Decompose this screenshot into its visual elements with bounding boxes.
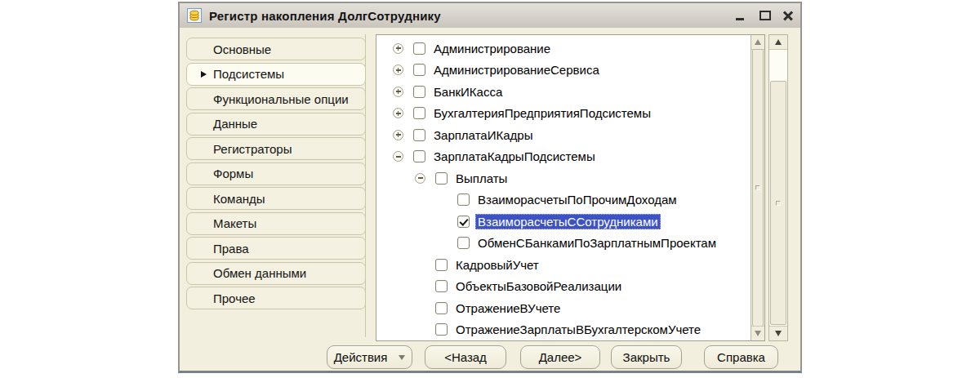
tree-item-label[interactable]: ЗарплатаИКадры (431, 127, 535, 143)
tab-1[interactable]: Подсистемы (186, 63, 366, 86)
tab-label: Функциональные опции (213, 92, 349, 106)
tab-label: Права (213, 242, 249, 256)
tab-9[interactable]: Обмен данными (186, 262, 366, 285)
expand-icon[interactable] (393, 64, 403, 75)
dropdown-arrow-icon (399, 355, 405, 360)
tab-6[interactable]: Команды (186, 187, 366, 210)
checkbox[interactable] (413, 107, 425, 119)
tab-label: Формы (213, 167, 253, 180)
page-scroll-up-icon[interactable] (769, 35, 787, 50)
tree-item-label[interactable]: КадровыйУчет (453, 257, 541, 273)
tree-item-label[interactable]: БанкИКасса (431, 84, 505, 100)
maximize-icon[interactable] (759, 10, 770, 21)
checkbox[interactable] (435, 302, 448, 314)
tree-scrollbar-thumb[interactable] (752, 49, 764, 327)
tab-4[interactable]: Регистраторы (186, 137, 366, 160)
page-scrollbar[interactable] (768, 34, 788, 341)
tab-label: Макеты (213, 216, 256, 230)
tab-2[interactable]: Функциональные опции (186, 87, 366, 110)
checkbox[interactable] (413, 86, 425, 98)
tree-item-label[interactable]: ОтражениеВУчете (453, 300, 563, 316)
collapse-icon[interactable] (393, 151, 403, 162)
tree-item: ВзаиморасчетыССотрудниками (376, 211, 751, 233)
back-button[interactable]: <Назад (425, 345, 506, 369)
tree-item: Выплаты (376, 167, 751, 189)
help-button[interactable]: Справка (704, 345, 778, 369)
button-label: Далее> (539, 350, 582, 364)
tab-label: Подсистемы (213, 67, 284, 81)
tab-0[interactable]: Основные (186, 38, 366, 60)
checkbox[interactable] (413, 150, 425, 162)
checkbox[interactable] (435, 259, 448, 271)
tree-item: ОтражениеВУчете (376, 297, 751, 319)
tab-8[interactable]: Права (186, 237, 366, 260)
collapse-icon[interactable] (415, 173, 425, 184)
checkbox[interactable] (413, 129, 425, 141)
tree-item-label[interactable]: АдминистрированиеСервиса (431, 62, 602, 78)
tab-label: Команды (213, 192, 265, 206)
next-button[interactable]: Далее> (520, 345, 600, 369)
dialog-body: ОсновныеПодсистемыФункциональные опцииДа… (180, 28, 800, 371)
tab-10[interactable]: Прочее (186, 287, 366, 309)
tree-item-label[interactable]: ВзаиморасчетыССотрудниками (475, 214, 661, 229)
subsystems-tree-box: АдминистрированиеАдминистрированиеСервис… (376, 34, 765, 341)
dialog-window: Регистр накопления ДолгСотруднику Основн… (178, 2, 802, 373)
actions-button[interactable]: Действия (327, 345, 412, 369)
tree-item: ОбменСБанкамиПоЗарплатнымПроектам (376, 233, 751, 255)
subsystems-tree: АдминистрированиеАдминистрированиеСервис… (376, 35, 751, 340)
checkbox[interactable] (413, 64, 425, 76)
scroll-down-icon[interactable] (751, 326, 764, 340)
tree-item-label[interactable]: ОбъектыБазовойРеализации (453, 278, 624, 294)
page-scroll-down-icon[interactable] (769, 326, 787, 340)
expand-icon[interactable] (393, 130, 403, 140)
tree-item-label[interactable]: ВзаиморасчетыПоПрочимДоходам (475, 192, 679, 207)
tree-item: ВзаиморасчетыПоПрочимДоходам (376, 189, 751, 211)
button-label: Справка (717, 350, 765, 364)
tab-label: Прочее (213, 291, 256, 305)
button-label: Действия (334, 350, 388, 364)
tree-item: ЗарплатаИКадры (376, 124, 751, 146)
page-scrollbar-thumb[interactable] (770, 81, 786, 325)
tree-item-label[interactable]: БухгалтерияПредприятияПодсистемы (431, 105, 653, 121)
tree-item: ЗарплатаКадрыПодсистемы (376, 146, 751, 168)
close-icon[interactable] (782, 10, 794, 21)
tab-7[interactable]: Макеты (186, 212, 366, 235)
tree-item-label[interactable]: ЗарплатаКадрыПодсистемы (431, 149, 598, 164)
tab-label: Обмен данными (213, 266, 306, 280)
minimize-icon[interactable] (735, 10, 746, 21)
button-label: Закрыть (623, 350, 670, 364)
selected-tab-arrow-icon (201, 71, 207, 78)
checkbox[interactable] (457, 237, 470, 249)
expand-icon[interactable] (393, 108, 403, 118)
accumulation-register-coins-icon (187, 8, 202, 23)
tree-item: КадровыйУчет (376, 254, 751, 276)
expand-icon[interactable] (393, 43, 403, 54)
checkbox[interactable] (413, 42, 425, 55)
checkbox[interactable] (435, 172, 448, 185)
close-button[interactable]: Закрыть (611, 345, 682, 369)
sidebar-tabs: ОсновныеПодсистемыФункциональные опцииДа… (186, 38, 366, 312)
tree-item: БанкИКасса (376, 81, 751, 103)
checkbox[interactable] (435, 280, 448, 292)
checkbox[interactable] (457, 193, 470, 206)
tree-scrollbar[interactable] (751, 35, 764, 340)
checkbox[interactable] (435, 323, 448, 336)
scroll-up-icon[interactable] (751, 35, 764, 50)
tab-3[interactable]: Данные (186, 113, 366, 136)
tree-item: БухгалтерияПредприятияПодсистемы (376, 103, 751, 125)
window-title: Регистр накопления ДолгСотруднику (209, 9, 441, 23)
expand-icon[interactable] (393, 87, 403, 97)
tree-item-label[interactable]: Администрирование (431, 41, 553, 56)
tab-label: Основные (213, 42, 271, 56)
tab-label: Регистраторы (213, 142, 292, 156)
tree-item-label[interactable]: ОтражениеЗарплатыВБухгалтерскомУчете (453, 322, 703, 337)
tab-label: Данные (213, 117, 257, 131)
tree-item: АдминистрированиеСервиса (376, 60, 751, 82)
tab-5[interactable]: Формы (186, 162, 366, 185)
tree-item: ОбъектыБазовойРеализации (376, 276, 751, 298)
tree-item-label[interactable]: Выплаты (453, 171, 510, 186)
checkbox[interactable] (457, 216, 470, 228)
title-bar[interactable]: Регистр накопления ДолгСотруднику (180, 3, 800, 29)
tree-item-label[interactable]: ОбменСБанкамиПоЗарплатнымПроектам (475, 235, 719, 251)
button-label: <Назад (444, 350, 487, 364)
